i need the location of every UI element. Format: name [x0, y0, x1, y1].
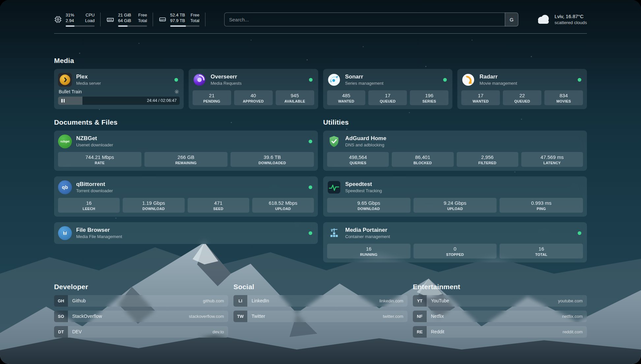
stat-label: RUNNING	[328, 253, 409, 257]
divider	[100, 13, 101, 26]
service-text: AdGuard Home DNS and adblocking	[345, 135, 386, 147]
speedtest-stats: 9.65 GbpsDOWNLOAD9.24 GbpsUPLOAD0.993 ms…	[327, 198, 583, 213]
stat-block: 744.21 MbpsRATE	[58, 152, 141, 167]
bookmark-linkedin[interactable]: LILinkedInlinkedin.com	[233, 295, 408, 307]
bookmark-url: youtube.com	[558, 298, 583, 303]
bookmark-list-social: LILinkedInlinkedin.comTWTwittertwitter.c…	[233, 295, 408, 322]
cpu-resource-widget: 31%CPU 2.94Load	[54, 13, 95, 27]
stat-label: SERIES	[411, 99, 447, 103]
stat-block: 1.19 GbpsDOWNLOAD	[123, 198, 184, 213]
stat-value: 16	[501, 246, 582, 252]
section-title-documents: Documents & Files	[54, 118, 318, 126]
memory-free-value: 21 GiB	[118, 13, 131, 18]
weather-widget: Lviv, 16.87°C scattered clouds	[535, 13, 587, 26]
bookmark-stackoverflow[interactable]: SOStackOverflowstackoverflow.com	[54, 311, 228, 322]
dashboard-content: 31%CPU 2.94Load 21 GiBFree 64 GiBTotal	[54, 0, 587, 351]
stat-block: 86,401BLOCKED	[392, 152, 453, 167]
service-description: DNS and adblocking	[345, 142, 386, 147]
stat-value: 39.6 TB	[232, 154, 313, 160]
service-name: AdGuard Home	[345, 135, 386, 142]
service-text: Speedtest Speedtest Tracking	[345, 181, 382, 193]
adguard-card[interactable]: AdGuard Home DNS and adblocking 498,564Q…	[323, 131, 587, 171]
service-name: Overseerr	[211, 74, 242, 80]
service-text: NZBGet Usenet downloader	[76, 135, 113, 147]
bookmark-url: github.com	[203, 298, 224, 303]
plex-icon	[58, 73, 72, 87]
stat-block: 618.52 MbpsUPLOAD	[252, 198, 314, 213]
pause-icon[interactable]	[61, 99, 65, 103]
stat-value: 2,956	[458, 154, 517, 160]
stat-block: 9.65 GbpsDOWNLOAD	[327, 198, 411, 213]
cpu-icon	[54, 15, 62, 23]
bookmark-abbr: RE	[413, 326, 427, 338]
stat-label: UPLOAD	[254, 207, 313, 211]
stat-label: DOWNLOAD	[124, 207, 183, 211]
stat-label: MOVIES	[546, 99, 582, 103]
stat-label: LATENCY	[523, 161, 582, 165]
bookmark-twitter[interactable]: TWTwittertwitter.com	[233, 311, 408, 322]
service-description: Media server	[76, 81, 101, 86]
stat-block: 16LEECH	[58, 198, 120, 213]
gear-icon[interactable]	[174, 89, 179, 94]
stat-block: 47.569 msLATENCY	[521, 152, 583, 167]
stat-label: LEECH	[59, 207, 118, 211]
portainer-card[interactable]: Media Portainer Container management 16R…	[323, 222, 587, 262]
memory-progress-bar	[118, 25, 147, 27]
bookmark-name: DEV	[72, 329, 82, 334]
stat-label: FILTERED	[458, 161, 517, 165]
bookmark-github[interactable]: GHGithubgithub.com	[54, 295, 228, 307]
stat-label: PING	[501, 207, 582, 211]
stat-block: 40APPROVED	[234, 90, 273, 105]
sonarr-card[interactable]: Sonarr Series management 485WANTED17QUEU…	[323, 69, 453, 109]
plex-card[interactable]: Plex Media server Bullet Train 24:44 / 0…	[54, 69, 184, 109]
nzbget-card[interactable]: nzbget NZBGet Usenet downloader 744.21 M…	[54, 131, 318, 171]
memory-resource-values: 21 GiBFree 64 GiBTotal	[118, 13, 147, 27]
service-text: Overseerr Media Requests	[211, 74, 242, 86]
disk-total-value: 97.9 TB	[170, 18, 185, 24]
stat-block: 17QUEUED	[368, 90, 407, 105]
two-column-area: Documents & Files nzbget NZBGet Usenet d…	[54, 118, 587, 262]
stat-block: 9.24 GbpsUPLOAD	[413, 198, 497, 213]
documents-column: Documents & Files nzbget NZBGet Usenet d…	[54, 118, 318, 244]
bookmark-abbr: DT	[54, 326, 68, 338]
stat-value: 945	[277, 93, 313, 98]
plex-player-bar[interactable]: 24:44 / 02:06:47	[58, 97, 180, 105]
stat-value: 22	[504, 93, 540, 98]
stat-value: 16	[59, 200, 118, 206]
stat-value: 485	[328, 93, 364, 98]
qbittorrent-icon: qb	[58, 180, 72, 194]
filebrowser-card[interactable]: File Browser Media File Management	[54, 222, 318, 244]
search-provider-button[interactable]: G	[505, 13, 518, 26]
bookmark-netflix[interactable]: NFNetflixnetflix.com	[413, 311, 587, 322]
bookmark-youtube[interactable]: YTYouTubeyoutube.com	[413, 295, 587, 307]
bookmark-dev[interactable]: DTDEVdev.to	[54, 326, 228, 338]
search-input[interactable]	[224, 13, 518, 26]
stat-block: 498,564QUERIES	[327, 152, 389, 167]
service-text: Radarr Movie management	[479, 74, 517, 86]
sonarr-stats: 485WANTED17QUEUED196SERIES	[327, 90, 449, 105]
service-text: Media Portainer Container management	[345, 227, 390, 239]
stat-block: 16TOTAL	[500, 244, 583, 258]
resource-widgets: 31%CPU 2.94Load 21 GiBFree 64 GiBTotal	[54, 13, 211, 27]
qbittorrent-stats: 16LEECH1.19 GbpsDOWNLOAD471SEED618.52 Mb…	[58, 198, 314, 213]
stat-block: 485WANTED	[327, 90, 366, 105]
qbittorrent-card[interactable]: qb qBittorrent Torrent downloader 16LEEC…	[54, 176, 318, 217]
service-text: qBittorrent Torrent downloader	[76, 181, 113, 193]
stat-value: 16	[328, 246, 409, 252]
stat-value: 47.569 ms	[523, 154, 582, 160]
stat-label: SEED	[189, 207, 248, 211]
bookmark-group-entertainment: Entertainment YTYouTubeyoutube.comNFNetf…	[413, 283, 587, 338]
memory-total-label: Total	[138, 18, 147, 24]
radarr-card[interactable]: Radarr Movie management 17WANTED22QUEUED…	[457, 69, 587, 109]
stat-label: DOWNLOADED	[232, 161, 313, 165]
memory-total-value: 64 GiB	[118, 18, 131, 24]
stat-value: 0	[415, 246, 496, 252]
nzbget-stats: 744.21 MbpsRATE266 GBREMAINING39.6 TBDOW…	[58, 152, 314, 167]
weather-condition: scattered clouds	[555, 20, 587, 26]
speedtest-icon	[327, 180, 341, 194]
bookmark-group-social: Social LILinkedInlinkedin.comTWTwittertw…	[233, 283, 408, 338]
speedtest-card[interactable]: Speedtest Speedtest Tracking 9.65 GbpsDO…	[323, 176, 587, 217]
overseerr-card[interactable]: Overseerr Media Requests 21PENDING40APPR…	[189, 69, 318, 109]
service-name: Radarr	[479, 74, 517, 80]
bookmark-reddit[interactable]: RERedditreddit.com	[413, 326, 587, 338]
